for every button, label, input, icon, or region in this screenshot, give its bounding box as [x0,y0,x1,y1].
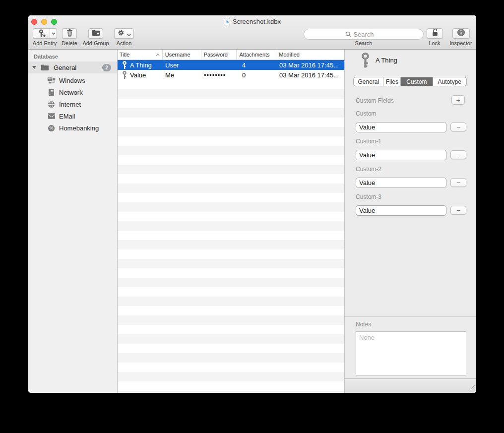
document-proxy-icon[interactable] [224,18,230,25]
window-title-text: Screenshot.kdbx [233,18,281,25]
resize-grip[interactable] [470,383,475,392]
entry-modified: 03 Mar 2016 17:45... [277,71,345,79]
field-value-input[interactable] [356,178,446,188]
tab-autotype[interactable]: Autotype [433,77,466,86]
column-header-title[interactable]: Title [118,50,163,60]
sidebar-item-label: Network [59,89,83,96]
sidebar-item-internet[interactable]: Internet [28,98,117,110]
sidebar-item-label: Internet [59,101,81,108]
field-label: Custom-1 [356,138,381,145]
delete-button[interactable] [62,28,77,39]
add-field-button[interactable]: + [451,95,465,105]
percent-circle-icon: % [47,124,56,132]
column-header-modified[interactable]: Modified [276,50,344,60]
remove-field-button[interactable]: − [450,206,466,215]
computers-network-icon [47,77,56,84]
unlocked-padlock-icon [431,28,439,39]
notes-heading: Notes [356,321,371,328]
field-label: Custom [356,110,376,117]
key-icon [122,61,127,69]
add-group-button[interactable] [88,28,103,39]
minus-icon: − [456,124,460,130]
field-value-input[interactable] [356,205,446,216]
key-icon [360,53,371,70]
sidebar-item-network[interactable]: Network [28,86,117,98]
folder-icon [41,64,49,71]
inspector-entry-title: A Thing [376,57,397,64]
remove-field-button[interactable]: − [450,123,466,131]
lock-button[interactable] [427,28,443,39]
info-icon [457,28,465,39]
inspector-footer [345,378,476,393]
window-title: Screenshot.kdbx [28,17,476,26]
entry-title: Value [130,71,146,79]
add-entry-label: Add Entry [33,40,57,46]
search-field[interactable] [304,29,424,40]
server-icon [47,89,56,96]
lock-label: Lock [429,40,440,46]
notes-section: Notes [345,316,476,393]
globe-icon [47,101,56,108]
sidebar-item-label: Windows [59,77,85,84]
empty-row-stripes [118,80,344,393]
app-window: Screenshot.kdbx Add Entry Delete Add Gro… [28,15,476,393]
column-header-attachments[interactable]: Attachments [237,50,276,60]
sidebar-item-email[interactable]: EMail [28,110,117,122]
column-header-username[interactable]: Username [163,50,201,60]
inspector-button[interactable] [452,28,470,39]
tab-general[interactable]: General [354,77,383,86]
action-dropdown-arrow [127,29,131,38]
sidebar-item-label: EMail [59,113,75,120]
entry-count-badge: 2 [102,64,111,71]
add-entry-dropdown-arrow[interactable] [50,29,57,38]
entry-password: •••••••• [201,71,237,79]
sort-ascending-icon [156,54,160,56]
tab-files[interactable]: Files [383,77,401,86]
remove-field-button[interactable]: − [450,178,466,187]
key-plus-icon[interactable] [33,29,50,38]
svg-text:%: % [50,125,54,130]
column-header-password[interactable]: Password [201,50,237,60]
sidebar-item-homebanking[interactable]: % Homebanking [28,122,117,134]
disclosure-triangle-icon[interactable] [32,66,36,69]
desktop: { "window": { "title": "Screenshot.kdbx"… [0,0,504,433]
action-label: Action [117,40,132,46]
add-group-label: Add Group [82,40,109,46]
sidebar-item-windows[interactable]: Windows [28,74,117,86]
key-icon [122,71,127,79]
tab-custom[interactable]: Custom [401,77,433,86]
entry-username: User [163,62,201,69]
entry-modified: 03 Mar 2016 17:45... [277,62,345,69]
plus-icon: + [456,97,460,104]
table-row[interactable]: A Thing User 4 03 Mar 2016 17:45... [118,60,344,70]
remove-field-button[interactable]: − [450,150,466,159]
add-entry-button[interactable] [33,28,57,39]
trash-icon [66,29,73,39]
minus-icon: − [456,179,460,186]
inspector-tabs: General Files Custom Autotype [353,77,467,86]
inspector-panel: A Thing General Files Custom Autotype Cu… [345,50,476,393]
search-label: Search [355,40,373,46]
sidebar: Database General 2 Windows Network [28,50,118,393]
sidebar-item-label: General [54,64,76,71]
folder-plus-icon [92,29,100,38]
search-input[interactable] [304,29,423,39]
entry-attachments: 4 [237,62,277,69]
notes-textarea[interactable] [356,331,466,376]
delete-label: Delete [62,40,77,46]
field-value-input[interactable] [356,122,446,132]
entry-title: A Thing [130,62,152,69]
action-button[interactable] [114,28,134,39]
minus-icon: − [456,151,460,158]
table-row[interactable]: Value Me •••••••• 0 03 Mar 2016 17:45... [118,70,344,80]
entry-table: Title Username Password Attachments Modi… [118,50,345,393]
field-value-input[interactable] [356,150,446,160]
main-content: Database General 2 Windows Network [28,50,476,393]
search-icon [345,31,352,38]
window-chrome: Screenshot.kdbx Add Entry Delete Add Gro… [28,15,476,50]
field-label: Custom-3 [356,193,381,200]
custom-fields-heading: Custom Fields [356,97,394,104]
field-label: Custom-2 [356,166,381,173]
sidebar-item-label: Homebanking [59,124,99,132]
sidebar-item-general[interactable]: General 2 [28,62,117,73]
